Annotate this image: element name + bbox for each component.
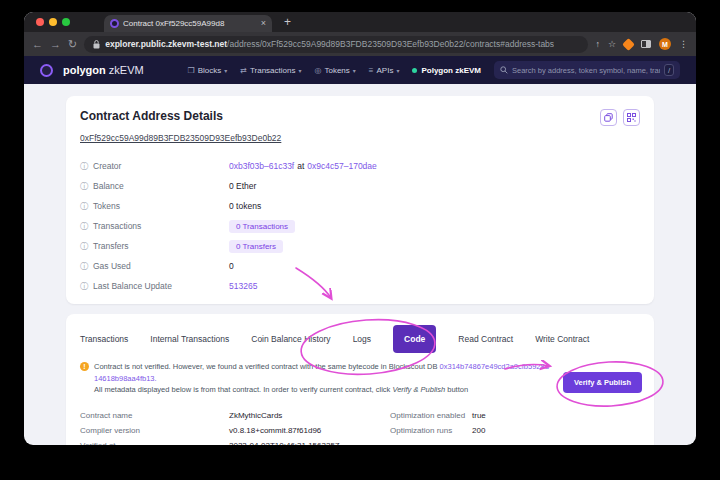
detail-row-creator: ⓘCreator 0xb3f03b–61c33f at 0x9c4c57–170… bbox=[80, 156, 640, 176]
maximize-window-button[interactable] bbox=[62, 18, 70, 26]
detail-row-tokens: ⓘTokens 0 tokens bbox=[80, 196, 640, 216]
back-button[interactable]: ← bbox=[32, 39, 43, 50]
transfers-label: Transfers bbox=[93, 241, 129, 251]
warning-line2: All metadata displayed below is from tha… bbox=[94, 385, 390, 394]
share-icon[interactable]: ↑ bbox=[595, 40, 600, 49]
contract-info: Contract name ZkMythicCards Compiler ver… bbox=[80, 408, 640, 445]
detail-row-balance: ⓘBalance 0 Ether bbox=[80, 176, 640, 196]
network-status-dot-icon bbox=[412, 68, 417, 73]
nav-apis[interactable]: ≡ APIs ▾ bbox=[369, 66, 400, 75]
contract-address[interactable]: 0xFf529cc59A99d89B3FDB23509D93Eefb93De0b… bbox=[80, 133, 281, 143]
tab-read-contract[interactable]: Read Contract bbox=[458, 325, 513, 353]
address-tabs: Transactions Internal Transactions Coin … bbox=[80, 325, 640, 353]
metamask-extension-icon[interactable] bbox=[622, 38, 635, 51]
brand-light: zkEVM bbox=[109, 64, 144, 76]
nav-tokens-label: Tokens bbox=[324, 66, 349, 75]
details-rows: ⓘCreator 0xb3f03b–61c33f at 0x9c4c57–170… bbox=[80, 156, 640, 296]
main-nav: ❒ Blocks ▾ ⇄ Transactions ▾ ◎ Tokens ▾ ≡… bbox=[188, 61, 680, 79]
warning-line2-suffix: button bbox=[447, 385, 468, 394]
nav-apis-label: APIs bbox=[377, 66, 394, 75]
nav-blocks[interactable]: ❒ Blocks ▾ bbox=[188, 66, 228, 75]
tab-transactions[interactable]: Transactions bbox=[80, 325, 128, 353]
new-tab-button[interactable]: + bbox=[284, 15, 291, 32]
optimization-runs-value: 200 bbox=[472, 426, 485, 435]
browser-tab[interactable]: Contract 0xFf529cc59A99d8 × bbox=[104, 15, 272, 32]
verify-publish-button[interactable]: Verify & Publish bbox=[563, 372, 642, 393]
page-content: Contract Address Details bbox=[24, 84, 696, 445]
detail-row-transfers: ⓘTransfers 0 Transfers bbox=[80, 236, 640, 256]
last-balance-update-label: Last Balance Update bbox=[93, 281, 172, 291]
balance-label: Balance bbox=[93, 181, 124, 191]
tab-logs[interactable]: Logs bbox=[353, 325, 371, 353]
tab-coin-balance-history[interactable]: Coin Balance History bbox=[251, 325, 330, 353]
last-balance-update-block-link[interactable]: 513265 bbox=[229, 281, 257, 291]
creation-tx-link[interactable]: 0x9c4c57–170dae bbox=[307, 161, 376, 171]
optimization-runs-label: Optimization runs bbox=[390, 426, 472, 435]
verified-at-value: 2023-04-02T10:46:31.156325Z bbox=[229, 441, 340, 445]
transactions-label: Transactions bbox=[93, 221, 141, 231]
detail-row-last-balance-update: ⓘLast Balance Update 513265 bbox=[80, 276, 640, 296]
tab-code[interactable]: Code bbox=[393, 325, 436, 353]
nav-transactions[interactable]: ⇄ Transactions ▾ bbox=[240, 66, 301, 75]
tab-close-icon[interactable]: × bbox=[261, 19, 266, 28]
optimization-enabled-value: true bbox=[472, 411, 486, 420]
contract-name-label: Contract name bbox=[80, 411, 229, 420]
chevron-down-icon: ▾ bbox=[353, 67, 356, 74]
minimize-window-button[interactable] bbox=[49, 18, 57, 26]
tab-write-contract[interactable]: Write Contract bbox=[535, 325, 589, 353]
search-icon bbox=[500, 66, 508, 74]
verified-at-row: Verified at 2023-04-02T10:46:31.156325Z bbox=[80, 438, 390, 445]
browser-tab-strip: Contract 0xFf529cc59A99d8 × + bbox=[24, 12, 696, 32]
url-text: explorer.public.zkevm-test.net/address/0… bbox=[105, 39, 554, 49]
copy-address-button[interactable] bbox=[600, 109, 617, 126]
tokens-value: 0 tokens bbox=[229, 201, 261, 211]
transactions-count-badge[interactable]: 0 Transactions bbox=[229, 220, 295, 233]
browser-menu-icon[interactable]: ⋮ bbox=[679, 40, 688, 49]
compiler-version-value: v0.8.18+commit.87f61d96 bbox=[229, 426, 321, 435]
info-icon: ⓘ bbox=[80, 181, 88, 192]
search-input[interactable] bbox=[512, 66, 660, 75]
creator-address-link[interactable]: 0xb3f03b–61c33f bbox=[229, 161, 294, 171]
transactions-icon: ⇄ bbox=[240, 66, 247, 75]
compiler-version-row: Compiler version v0.8.18+commit.87f61d96 bbox=[80, 423, 390, 438]
creator-label: Creator bbox=[93, 161, 121, 171]
tab-title: Contract 0xFf529cc59A99d8 bbox=[123, 19, 257, 28]
contract-info-right: Optimization enabled true Optimization r… bbox=[390, 408, 486, 445]
balance-value: 0 Ether bbox=[229, 181, 256, 191]
qr-code-button[interactable] bbox=[623, 109, 640, 126]
forward-button[interactable]: → bbox=[50, 39, 61, 50]
network-selector[interactable]: Polygon zkEVM bbox=[412, 66, 481, 75]
creator-connector: at bbox=[297, 161, 304, 171]
close-window-button[interactable] bbox=[36, 18, 44, 26]
contract-name-value: ZkMythicCards bbox=[229, 411, 282, 420]
copy-icon bbox=[604, 113, 613, 122]
window-controls bbox=[24, 18, 80, 32]
contract-address-details-card: Contract Address Details bbox=[66, 96, 654, 304]
warning-text: Contract is not verified. However, we fo… bbox=[94, 361, 550, 396]
search-box: / bbox=[494, 61, 680, 79]
profile-avatar[interactable]: M bbox=[659, 38, 671, 50]
apis-icon: ≡ bbox=[369, 66, 374, 75]
warning-icon: ! bbox=[80, 362, 89, 371]
compiler-version-label: Compiler version bbox=[80, 426, 229, 435]
verified-at-label: Verified at bbox=[80, 441, 229, 445]
nav-tokens[interactable]: ◎ Tokens ▾ bbox=[314, 66, 355, 75]
brand-name[interactable]: polygon zkEVM bbox=[63, 64, 144, 76]
info-icon: ⓘ bbox=[80, 221, 88, 232]
polygon-logo-icon[interactable] bbox=[40, 64, 53, 77]
bookmark-star-icon[interactable]: ☆ bbox=[608, 40, 616, 49]
url-field[interactable]: explorer.public.zkevm-test.net/address/0… bbox=[84, 36, 588, 53]
chevron-down-icon: ▾ bbox=[298, 67, 301, 74]
transfers-count-badge[interactable]: 0 Transfers bbox=[229, 240, 283, 253]
gas-used-label: Gas Used bbox=[93, 261, 131, 271]
info-icon: ⓘ bbox=[80, 161, 88, 172]
browser-address-bar: ← → ↻ explorer.public.zkevm-test.net/add… bbox=[24, 32, 696, 56]
side-panel-icon[interactable] bbox=[641, 40, 651, 48]
reload-button[interactable]: ↻ bbox=[68, 39, 77, 50]
info-icon: ⓘ bbox=[80, 281, 88, 292]
tab-internal-transactions[interactable]: Internal Transactions bbox=[150, 325, 229, 353]
info-icon: ⓘ bbox=[80, 261, 88, 272]
lock-icon bbox=[93, 40, 100, 49]
warning-verify-publish-italic: Verify & Publish bbox=[392, 385, 445, 394]
chevron-down-icon: ▾ bbox=[224, 67, 227, 74]
